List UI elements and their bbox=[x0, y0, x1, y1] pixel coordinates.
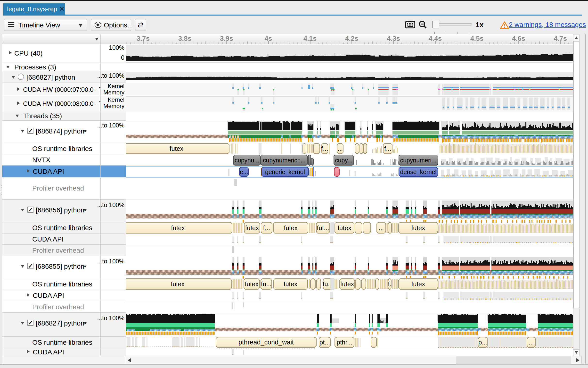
svg-text:f...: f... bbox=[263, 224, 270, 231]
svg-text:futex: futex bbox=[245, 224, 259, 231]
svg-text:futex: futex bbox=[245, 280, 258, 288]
svg-text:e...: e... bbox=[240, 168, 248, 175]
svg-text:p...: p... bbox=[478, 339, 487, 346]
svg-text:4.4s: 4.4s bbox=[429, 35, 442, 42]
svg-text:cupy...: cupy... bbox=[335, 157, 352, 164]
svg-text:4.2s: 4.2s bbox=[345, 35, 358, 42]
svg-text:4s: 4s bbox=[264, 35, 272, 42]
svg-text:generic_kernel: generic_kernel bbox=[265, 168, 305, 175]
svg-text:4.1s: 4.1s bbox=[303, 35, 317, 42]
svg-text:4.5s: 4.5s bbox=[470, 35, 484, 42]
svg-text:3.9s: 3.9s bbox=[220, 35, 233, 42]
svg-text:futex: futex bbox=[171, 224, 185, 231]
svg-text:futex: futex bbox=[284, 224, 297, 231]
svg-text:futex: futex bbox=[411, 280, 425, 288]
svg-text:3.8s: 3.8s bbox=[178, 35, 192, 42]
svg-text:fu...: fu... bbox=[261, 280, 271, 288]
svg-text:futex: futex bbox=[338, 224, 351, 231]
svg-text:pt...: pt... bbox=[320, 339, 330, 346]
svg-text:4.3s: 4.3s bbox=[387, 35, 400, 42]
svg-text:pthr...: pthr... bbox=[337, 339, 352, 346]
svg-text:4.7s: 4.7s bbox=[554, 35, 567, 42]
svg-text:f...: f... bbox=[321, 145, 328, 152]
svg-text:...: ... bbox=[529, 339, 534, 346]
svg-text:futex: futex bbox=[171, 280, 184, 288]
svg-text:fut...: fut... bbox=[317, 224, 329, 231]
svg-text:f.: f. bbox=[388, 280, 391, 288]
svg-text:futex: futex bbox=[340, 280, 354, 288]
svg-text:cupynu...: cupynu... bbox=[235, 157, 259, 164]
svg-text:futex: futex bbox=[411, 224, 425, 231]
svg-text:4.6s: 4.6s bbox=[512, 35, 526, 42]
svg-text:futex: futex bbox=[169, 145, 183, 152]
svg-text:...: ... bbox=[338, 145, 343, 152]
svg-text:...: ... bbox=[379, 224, 384, 231]
svg-text:3.7s: 3.7s bbox=[137, 35, 150, 42]
svg-text:cupynumeri...: cupynumeri... bbox=[400, 157, 437, 164]
svg-text:futex: futex bbox=[284, 280, 297, 288]
svg-text:f...: f... bbox=[384, 145, 391, 152]
svg-text:cupynumeric::...: cupynumeric::... bbox=[263, 157, 306, 164]
svg-text:pthread_cond_wait: pthread_cond_wait bbox=[239, 339, 294, 346]
svg-text:dense_kernel: dense_kernel bbox=[400, 168, 437, 175]
